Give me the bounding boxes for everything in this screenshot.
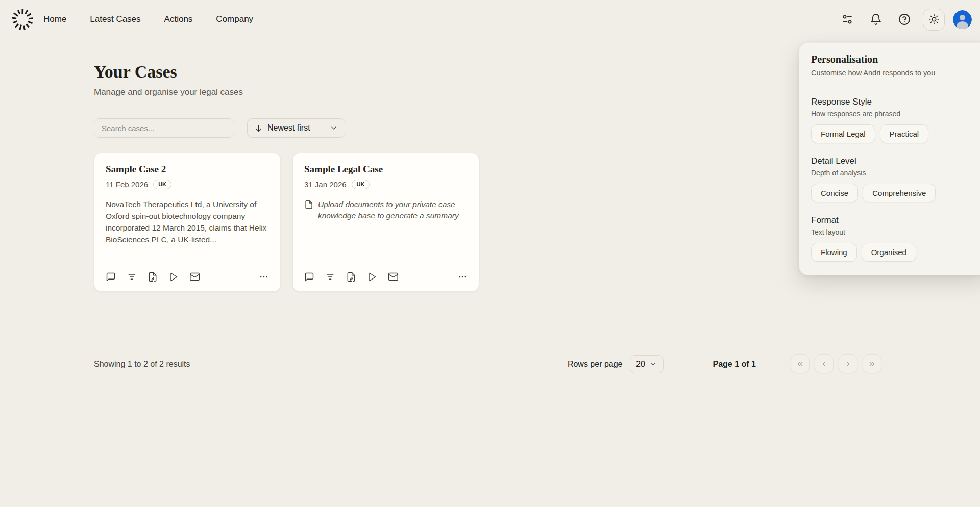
topbar-actions <box>837 9 972 31</box>
personalisation-header: Personalisation Customise how Andri resp… <box>799 54 980 86</box>
section-response-style: Response Style How responses are phrased… <box>811 97 976 143</box>
pagination-controls: Rows per page 20 Page 1 of 1 <box>568 354 881 373</box>
case-actions <box>106 271 269 282</box>
section-detail-level: Detail Level Depth of analysis Concise C… <box>811 156 976 202</box>
chat-icon[interactable] <box>304 272 314 282</box>
section-options: Formal Legal Practical <box>811 124 976 143</box>
pagination-buttons <box>791 354 881 373</box>
section-title: Response Style <box>811 97 976 107</box>
top-navigation-bar: Home Latest Cases Actions Company <box>0 0 980 39</box>
results-footer: Showing 1 to 2 of 2 results Rows per pag… <box>94 354 881 373</box>
sun-icon <box>928 14 940 25</box>
help-button[interactable] <box>894 9 915 30</box>
results-count: Showing 1 to 2 of 2 results <box>94 360 190 369</box>
bell-icon <box>870 13 882 26</box>
next-page-button[interactable] <box>839 354 857 373</box>
case-actions <box>304 271 468 282</box>
sort-dropdown[interactable]: Newest first <box>247 118 345 138</box>
chevron-down-icon <box>649 360 657 368</box>
section-subtitle: Depth of analysis <box>811 169 976 177</box>
chat-icon[interactable] <box>106 272 116 282</box>
last-page-button[interactable] <box>863 354 881 373</box>
option-concise[interactable]: Concise <box>811 184 858 202</box>
main-nav: Home Latest Cases Actions Company <box>43 14 253 24</box>
arrow-down-icon <box>254 124 263 133</box>
case-title: Sample Legal Case <box>304 164 468 175</box>
option-formal-legal[interactable]: Formal Legal <box>811 124 875 143</box>
jurisdiction-badge: UK <box>153 180 172 189</box>
previous-page-button[interactable] <box>815 354 834 373</box>
run-icon[interactable] <box>367 272 377 282</box>
chevrons-right-icon <box>868 360 876 368</box>
case-title: Sample Case 2 <box>106 164 269 175</box>
nav-item-company[interactable]: Company <box>216 14 253 24</box>
section-options: Concise Comprehensive <box>811 184 976 202</box>
page-subtitle: Manage and organise your legal cases <box>94 87 881 97</box>
help-circle-icon <box>898 13 911 26</box>
personalisation-sections: Response Style How responses are phrased… <box>799 86 980 262</box>
section-subtitle: Text layout <box>811 228 976 236</box>
case-summary: Upload documents to your private case kn… <box>318 199 468 222</box>
search-input[interactable] <box>94 118 234 138</box>
personalisation-toggle-button[interactable] <box>923 9 945 31</box>
option-organised[interactable]: Organised <box>862 243 916 262</box>
first-page-button[interactable] <box>791 354 810 373</box>
page-status: Page 1 of 1 <box>713 360 756 369</box>
section-subtitle: How responses are phrased <box>811 110 976 118</box>
option-flowing[interactable]: Flowing <box>811 243 857 262</box>
nav-item-home[interactable]: Home <box>43 14 66 24</box>
case-meta: 11 Feb 2026 UK <box>106 180 269 189</box>
rows-per-page-select[interactable]: 20 <box>630 355 664 373</box>
case-card[interactable]: Sample Case 2 11 Feb 2026 UK NovaTech Th… <box>94 153 281 292</box>
sliders-icon <box>841 13 853 26</box>
case-date: 11 Feb 2026 <box>106 180 148 189</box>
nav-item-latest-cases[interactable]: Latest Cases <box>90 14 140 24</box>
rows-per-page-label: Rows per page <box>568 360 623 369</box>
jurisdiction-badge: UK <box>352 180 370 189</box>
summary-lines-icon[interactable] <box>325 272 335 282</box>
option-practical[interactable]: Practical <box>880 124 929 143</box>
sort-label: Newest first <box>267 123 325 133</box>
chevron-right-icon <box>844 360 852 368</box>
section-title: Detail Level <box>811 156 976 166</box>
email-icon[interactable] <box>189 271 200 282</box>
section-format: Format Text layout Flowing Organised <box>811 215 976 262</box>
file-icon <box>304 199 313 222</box>
nav-item-actions[interactable]: Actions <box>164 14 193 24</box>
file-edit-icon[interactable] <box>148 272 158 282</box>
page-title: Your Cases <box>94 62 881 82</box>
case-meta: 31 Jan 2026 UK <box>304 180 468 189</box>
case-card-list: Sample Case 2 11 Feb 2026 UK NovaTech Th… <box>94 153 881 292</box>
chevrons-left-icon <box>796 360 804 368</box>
section-title: Format <box>811 215 976 225</box>
more-icon[interactable] <box>259 272 269 282</box>
chevron-left-icon <box>820 360 828 368</box>
case-date: 31 Jan 2026 <box>304 180 347 189</box>
run-icon[interactable] <box>168 272 179 282</box>
file-edit-icon[interactable] <box>346 272 356 282</box>
chevron-down-icon <box>330 124 338 132</box>
summary-lines-icon[interactable] <box>127 272 137 282</box>
cases-toolbar: Newest first <box>94 118 881 138</box>
personalisation-subtitle: Customise how Andri responds to you <box>811 69 976 77</box>
notifications-button[interactable] <box>866 9 886 30</box>
section-options: Flowing Organised <box>811 243 976 262</box>
personalisation-panel: Personalisation Customise how Andri resp… <box>799 42 980 275</box>
personalisation-title: Personalisation <box>811 54 976 65</box>
case-summary-placeholder: Upload documents to your private case kn… <box>304 199 468 222</box>
app-logo-starburst-icon[interactable] <box>8 6 36 34</box>
case-summary: NovaTech Therapeutics Ltd, a University … <box>106 199 269 246</box>
more-icon[interactable] <box>457 272 468 282</box>
preferences-sliders-button[interactable] <box>837 9 857 30</box>
rows-per-page-value: 20 <box>636 360 645 369</box>
case-card[interactable]: Sample Legal Case 31 Jan 2026 UK Upload … <box>292 153 479 292</box>
email-icon[interactable] <box>388 271 399 282</box>
user-avatar[interactable] <box>953 10 972 29</box>
option-comprehensive[interactable]: Comprehensive <box>863 184 936 202</box>
